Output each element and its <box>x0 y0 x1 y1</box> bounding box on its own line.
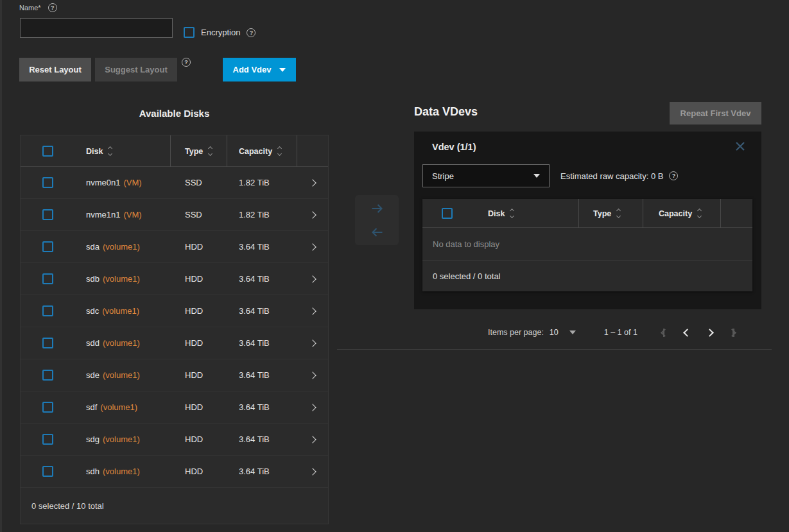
disk-capacity: 3.64 TiB <box>227 274 297 284</box>
disk-annotation: (volume1) <box>103 242 140 252</box>
row-expand-chevron-icon[interactable] <box>309 275 316 282</box>
column-header-disk[interactable]: Disk <box>74 135 171 167</box>
table-row: sdd(volume1) HDD 3.64 TiB <box>21 327 328 359</box>
column-header-capacity[interactable]: Capacity <box>227 135 297 167</box>
first-page-button <box>663 329 668 337</box>
close-icon[interactable] <box>734 140 747 153</box>
vdev-column-header-capacity[interactable]: Capacity <box>643 199 721 228</box>
disk-type: SSD <box>171 178 227 187</box>
disk-capacity: 3.64 TiB <box>227 402 297 412</box>
previous-page-button[interactable] <box>684 330 690 336</box>
table-row: sde(volume1) HDD 3.64 TiB <box>21 359 328 391</box>
row-checkbox[interactable] <box>42 209 53 220</box>
table-row: sdb(volume1) HDD 3.64 TiB <box>21 263 328 295</box>
table-row: nvme0n1(VM) SSD 1.82 TiB <box>21 167 328 199</box>
disk-annotation: (VM) <box>123 210 141 219</box>
disk-name: sdc <box>86 306 99 316</box>
estimated-capacity-label: Estimated raw capacity: 0 B <box>560 171 663 181</box>
layout-help-icon[interactable]: ? <box>182 58 191 67</box>
next-page-button[interactable] <box>707 330 713 336</box>
sort-icon <box>209 147 212 155</box>
row-expand-chevron-icon[interactable] <box>309 468 316 475</box>
disk-type: HDD <box>171 306 227 316</box>
paginator: Items per page: 10 1 – 1 of 1 <box>488 321 734 344</box>
disk-annotation: (volume1) <box>103 370 140 380</box>
select-all-cell <box>21 146 74 157</box>
add-vdev-button[interactable]: Add Vdev <box>223 58 296 82</box>
items-per-page-label: Items per page: <box>488 328 544 337</box>
disk-name: sdf <box>86 402 97 412</box>
disk-name: nvme1n1 <box>86 210 120 219</box>
reset-layout-button[interactable]: Reset Layout <box>19 58 91 82</box>
name-help-icon[interactable]: ? <box>48 3 57 12</box>
encryption-row: Encryption ? <box>184 27 256 38</box>
row-expand-chevron-icon[interactable] <box>309 404 316 411</box>
select-all-checkbox[interactable] <box>42 146 53 157</box>
disk-name: sde <box>86 370 100 380</box>
row-expand-chevron-icon[interactable] <box>309 436 316 443</box>
name-input[interactable] <box>20 18 173 38</box>
available-disks-body: nvme0n1(VM) SSD 1.82 TiB nvme1n1(VM) SSD… <box>21 167 328 488</box>
disk-name: nvme0n1 <box>86 178 120 187</box>
vdev-layout-select[interactable]: Stripe <box>422 164 550 187</box>
row-checkbox[interactable] <box>42 466 53 477</box>
row-checkbox[interactable] <box>42 305 53 316</box>
table-row: sda(volume1) HDD 3.64 TiB <box>21 231 328 263</box>
sort-icon <box>108 147 112 155</box>
disk-type: HDD <box>171 338 227 348</box>
row-expand-chevron-icon[interactable] <box>309 307 316 314</box>
disk-name: sdb <box>86 274 100 284</box>
row-checkbox[interactable] <box>42 370 53 381</box>
row-expand-chevron-icon[interactable] <box>309 243 316 250</box>
row-expand-chevron-icon[interactable] <box>309 339 316 347</box>
available-disks-footer: 0 selected / 10 total <box>21 488 328 524</box>
disk-capacity: 3.64 TiB <box>227 467 297 476</box>
disk-annotation: (volume1) <box>103 338 140 348</box>
encryption-checkbox[interactable] <box>184 27 195 38</box>
arrow-left-icon <box>368 225 386 240</box>
vdev-disks-table: Disk Type Capacity No data to display 0 … <box>422 199 752 291</box>
row-expand-chevron-icon[interactable] <box>309 211 316 218</box>
items-per-page-caret-icon[interactable] <box>569 330 576 334</box>
table-row: nvme1n1(VM) SSD 1.82 TiB <box>21 199 328 231</box>
suggest-layout-button: Suggest Layout <box>95 58 177 82</box>
row-expand-chevron-icon[interactable] <box>309 179 316 186</box>
selected-count: 0 selected / 10 total <box>31 501 104 511</box>
row-checkbox[interactable] <box>42 241 53 252</box>
column-header-type[interactable]: Type <box>171 135 227 167</box>
vdev-column-header-disk[interactable]: Disk <box>471 199 579 228</box>
disk-type: HDD <box>171 242 227 252</box>
arrow-right-icon <box>368 201 386 216</box>
right-panel-divider <box>337 349 772 350</box>
add-vdev-caret-icon <box>279 68 286 72</box>
data-vdevs-title: Data VDevs <box>414 105 478 119</box>
row-expand-chevron-icon[interactable] <box>309 372 316 379</box>
items-per-page-value[interactable]: 10 <box>550 328 559 337</box>
row-checkbox[interactable] <box>42 434 53 445</box>
capacity-help-icon[interactable]: ? <box>669 171 678 180</box>
available-disks-header: Disk Type Capacity <box>21 135 328 167</box>
vdev-column-header-type[interactable]: Type <box>579 199 643 228</box>
disk-type: HDD <box>171 402 227 412</box>
move-left-arrow-button[interactable] <box>368 222 386 243</box>
vdev-select-all-checkbox[interactable] <box>442 208 453 219</box>
row-checkbox[interactable] <box>42 177 53 188</box>
encryption-label: Encryption <box>201 28 240 37</box>
disk-capacity: 3.64 TiB <box>227 306 297 316</box>
vdev-table-header: Disk Type Capacity <box>422 199 752 228</box>
disk-capacity: 1.82 TiB <box>227 178 297 187</box>
disk-type: HDD <box>171 467 227 476</box>
encryption-help-icon[interactable]: ? <box>247 28 256 37</box>
disk-capacity: 3.64 TiB <box>227 434 297 444</box>
row-checkbox[interactable] <box>42 273 53 284</box>
disk-annotation: (volume1) <box>103 467 140 476</box>
panel-left-edge <box>0 0 2 532</box>
disk-annotation: (volume1) <box>103 274 140 284</box>
row-checkbox[interactable] <box>42 402 53 413</box>
vdev-card-title: Vdev (1/1) <box>432 142 476 152</box>
row-checkbox[interactable] <box>42 338 53 348</box>
move-right-arrow-button[interactable] <box>368 198 386 219</box>
transfer-controls <box>355 195 399 245</box>
sort-icon <box>510 209 514 218</box>
disk-annotation: (VM) <box>123 178 141 187</box>
